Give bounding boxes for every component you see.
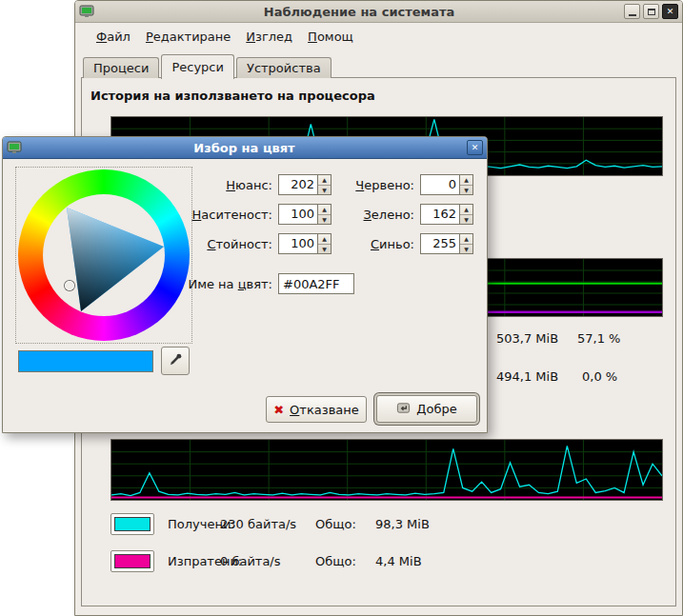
blue-label: Синьо: <box>336 237 414 251</box>
tab-resources[interactable]: Ресурси <box>161 54 234 79</box>
cancel-button[interactable]: ✖ Отказване <box>266 396 367 423</box>
ok-button[interactable]: Добре <box>376 395 477 423</box>
color-picker-dialog: Избор на цвят ✕ Нюанс: 202 ▲▼ Наситеност… <box>2 136 488 433</box>
spin-down-icon[interactable]: ▼ <box>460 185 472 195</box>
main-window-title: Наблюдение на системата <box>94 5 624 19</box>
color-preview <box>18 350 153 372</box>
spin-down-icon[interactable]: ▼ <box>460 214 472 225</box>
blue-spinbox[interactable]: 255 ▲▼ <box>420 233 473 254</box>
dialog-close-icon[interactable]: ✕ <box>467 140 483 155</box>
green-spinbox[interactable]: 162 ▲▼ <box>420 204 473 225</box>
memory-amount: 503,7 MiB <box>496 331 558 346</box>
spin-up-icon[interactable]: ▲ <box>318 205 331 214</box>
sent-rate: 0 байта/s <box>220 554 281 568</box>
red-spinbox[interactable]: 0 ▲▼ <box>420 174 473 195</box>
menu-file[interactable]: Файл <box>89 27 138 47</box>
swap-amount: 494,1 MiB <box>496 369 558 384</box>
notebook-tabs: Процеси Ресурси Устройства <box>83 53 333 78</box>
hue-label: Нюанс: <box>146 178 272 192</box>
spin-up-icon[interactable]: ▲ <box>318 234 331 244</box>
system-monitor-icon <box>79 4 94 19</box>
tab-processes[interactable]: Процеси <box>83 57 159 78</box>
color-name-input[interactable] <box>278 273 354 294</box>
dialog-titlebar[interactable]: Избор на цвят ✕ <box>3 137 487 159</box>
tab-devices[interactable]: Устройства <box>236 57 331 78</box>
color-name-label: Име на цвят: <box>146 277 272 291</box>
cancel-x-icon: ✖ <box>273 403 284 417</box>
spin-down-icon[interactable]: ▼ <box>460 244 472 254</box>
hue-spinbox[interactable]: 202 ▲▼ <box>278 174 331 195</box>
color-wheel[interactable] <box>18 169 190 341</box>
eyedropper-button[interactable] <box>161 347 190 375</box>
close-icon[interactable]: ✕ <box>662 4 678 19</box>
ok-enter-icon <box>396 401 411 418</box>
received-total-label: Общо: <box>315 517 356 531</box>
spin-down-icon[interactable]: ▼ <box>318 214 331 225</box>
cpu-history-heading: История на използването на процесора <box>90 89 375 103</box>
green-label: Зелено: <box>336 208 414 222</box>
dialog-icon <box>7 140 22 155</box>
received-color <box>114 517 151 531</box>
color-selector-marker[interactable] <box>65 281 74 290</box>
menu-view[interactable]: Изглед <box>238 27 300 47</box>
sent-color <box>114 554 151 568</box>
eyedropper-icon <box>169 352 183 370</box>
menu-help[interactable]: Помощ <box>300 27 361 47</box>
spin-down-icon[interactable]: ▼ <box>318 244 331 254</box>
menu-edit[interactable]: Редактиране <box>138 27 238 47</box>
spin-down-icon[interactable]: ▼ <box>318 185 331 195</box>
minimize-icon[interactable] <box>624 4 640 19</box>
received-rate: 230 байта/s <box>220 517 296 531</box>
spin-up-icon[interactable]: ▲ <box>460 205 472 214</box>
saturation-spinbox[interactable]: 100 ▲▼ <box>278 204 331 225</box>
window-controls: ✕ <box>624 4 678 19</box>
network-history-chart <box>110 439 663 501</box>
spin-up-icon[interactable]: ▲ <box>460 175 472 185</box>
sent-total-label: Общо: <box>315 554 356 568</box>
swap-percent: 0,0 % <box>582 369 617 384</box>
menubar: Файл Редактиране Изглед Помощ <box>77 25 680 49</box>
main-titlebar[interactable]: Наблюдение на системата ✕ <box>75 1 682 23</box>
dialog-title: Избор на цвят <box>22 141 467 155</box>
saturation-label: Наситеност: <box>146 208 272 222</box>
red-label: Червено: <box>336 178 414 192</box>
sent-total: 4,4 MiB <box>375 554 422 568</box>
memory-percent: 57,1 % <box>577 331 620 346</box>
maximize-icon[interactable] <box>643 4 659 19</box>
desktop: Наблюдение на системата ✕ Файл Редактира… <box>0 0 683 616</box>
value-label: Стойност: <box>146 237 272 251</box>
sent-color-swatch[interactable] <box>110 550 154 572</box>
received-total: 98,3 MiB <box>375 517 430 531</box>
received-color-swatch[interactable] <box>110 513 154 535</box>
value-spinbox[interactable]: 100 ▲▼ <box>278 233 331 254</box>
spin-up-icon[interactable]: ▲ <box>460 234 472 244</box>
spin-up-icon[interactable]: ▲ <box>318 175 331 185</box>
